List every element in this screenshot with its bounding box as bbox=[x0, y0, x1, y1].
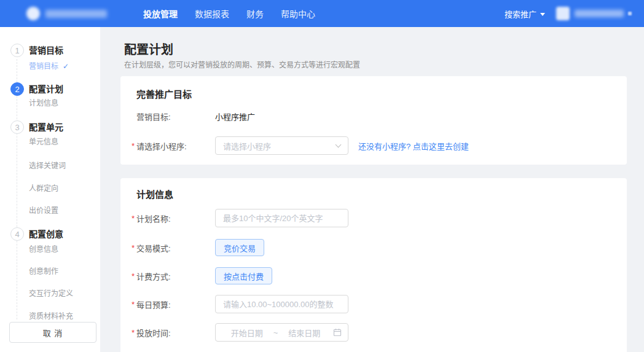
user-menu-dot-redacted bbox=[628, 12, 632, 15]
daily-budget-label-text: 每日预算: bbox=[136, 299, 171, 310]
logo-mark-redacted bbox=[26, 7, 40, 20]
miniprogram-label: * 请选择小程序: bbox=[132, 140, 215, 152]
top-navbar: 投放管理 数据报表 财务 帮助中心 搜索推广 bbox=[0, 0, 644, 27]
billing-method-label-text: 计费方式: bbox=[136, 270, 171, 282]
username-redacted[interactable] bbox=[575, 10, 624, 17]
required-asterisk: * bbox=[132, 243, 136, 252]
promotion-goal-card-title: 完善推广目标 bbox=[136, 87, 192, 100]
step-4-title[interactable]: 配置创意 bbox=[29, 227, 63, 241]
header-right-cluster: 搜索推广 bbox=[505, 0, 632, 27]
plan-name-input[interactable] bbox=[215, 209, 348, 227]
nav-item-help-center[interactable]: 帮助中心 bbox=[281, 7, 315, 20]
step-4-circle: 4 bbox=[10, 227, 24, 241]
app-screen: 投放管理 数据报表 财务 帮助中心 搜索推广 1 营销目标 营销目标✓ 2 配置… bbox=[0, 0, 644, 352]
plan-name-row: * 计划名称: bbox=[132, 209, 348, 227]
promotion-goal-card: 完善推广目标 营销目标: 小程序推广 * 请选择小程序: 请选择小程序 还没有小… bbox=[120, 76, 627, 165]
trade-mode-label-text: 交易模式: bbox=[136, 242, 171, 254]
start-date-placeholder: 开始日期 bbox=[222, 327, 272, 338]
avatar[interactable] bbox=[556, 7, 570, 20]
step-2-sub-plan-info[interactable]: 计划信息 bbox=[29, 98, 58, 109]
trade-mode-bidding-button[interactable]: 竞价交易 bbox=[215, 239, 264, 256]
daily-budget-label: * 每日预算: bbox=[132, 299, 215, 310]
nav-item-finance[interactable]: 财务 bbox=[246, 7, 264, 20]
step-3-sub-unit-info[interactable]: 单元信息 bbox=[29, 137, 58, 147]
miniprogram-select-placeholder: 请选择小程序 bbox=[223, 140, 271, 152]
required-asterisk: * bbox=[132, 272, 136, 281]
step-2-title[interactable]: 配置计划 bbox=[29, 82, 63, 96]
step-3-sub-keywords[interactable]: 选择关键词 bbox=[29, 161, 66, 171]
required-asterisk: * bbox=[132, 214, 136, 223]
trade-mode-label: * 交易模式: bbox=[132, 242, 215, 254]
required-asterisk: * bbox=[132, 328, 136, 337]
miniprogram-label-text: 请选择小程序: bbox=[136, 140, 187, 152]
plan-name-label-text: 计划名称: bbox=[136, 213, 171, 224]
miniprogram-select[interactable]: 请选择小程序 bbox=[215, 136, 348, 155]
miniprogram-select-row: * 请选择小程序: 请选择小程序 还没有小程序? 点击这里去创建 bbox=[132, 136, 469, 155]
caret-down-icon bbox=[540, 13, 545, 16]
step-4-sub-qualification-materials[interactable]: 资质材料补充 bbox=[29, 311, 73, 322]
calendar-icon bbox=[333, 328, 342, 337]
step-1-sub-label: 营销目标 bbox=[29, 62, 58, 71]
product-switcher-label: 搜索推广 bbox=[505, 8, 536, 20]
billing-cpc-button[interactable]: 按点击付费 bbox=[215, 267, 272, 284]
step-1-circle: 1 bbox=[10, 44, 24, 57]
step-connector-line bbox=[17, 59, 17, 319]
step-4-sub-creative-making[interactable]: 创意制作 bbox=[29, 267, 58, 277]
schedule-row: * 投放时间: 开始日期 ~ 结束日期 bbox=[132, 323, 348, 342]
marketing-goal-label-text: 营销目标: bbox=[136, 111, 171, 122]
step-3-sub-audience[interactable]: 人群定向 bbox=[29, 184, 58, 194]
required-asterisk: * bbox=[132, 141, 136, 151]
product-switcher-dropdown[interactable]: 搜索推广 bbox=[505, 8, 545, 20]
page-title: 配置计划 bbox=[124, 40, 173, 58]
billing-method-label: * 计费方式: bbox=[132, 270, 215, 282]
main-content: 配置计划 在计划层级，您可以对营销投放的周期、预算、交易方式等进行宏观配置 完善… bbox=[100, 27, 644, 352]
primary-nav: 投放管理 数据报表 财务 帮助中心 bbox=[143, 0, 315, 27]
step-4-sub-creative-info[interactable]: 创意信息 bbox=[29, 244, 58, 255]
cancel-button[interactable]: 取 消 bbox=[9, 322, 96, 343]
marketing-goal-value: 小程序推广 bbox=[215, 111, 255, 122]
step-2-circle: 2 bbox=[10, 82, 24, 96]
chevron-down-icon bbox=[336, 141, 342, 147]
billing-method-row: * 计费方式: 按点击付费 bbox=[132, 267, 272, 284]
trade-mode-row: * 交易模式: 竞价交易 bbox=[132, 239, 264, 256]
steps-sidebar: 1 营销目标 营销目标✓ 2 配置计划 计划信息 3 配置单元 单元信息 选择关… bbox=[0, 27, 100, 352]
required-asterisk: * bbox=[132, 300, 136, 309]
logo-text-redacted bbox=[45, 10, 107, 18]
step-1-title[interactable]: 营销目标 bbox=[29, 44, 63, 57]
schedule-label: * 投放时间: bbox=[132, 327, 215, 338]
step-3-sub-bidding[interactable]: 出价设置 bbox=[29, 206, 58, 216]
nav-item-delivery-management[interactable]: 投放管理 bbox=[143, 7, 178, 20]
schedule-date-range-picker[interactable]: 开始日期 ~ 结束日期 bbox=[215, 323, 348, 342]
create-miniprogram-link[interactable]: 还没有小程序? 点击这里去创建 bbox=[358, 140, 469, 152]
step-3-circle: 3 bbox=[10, 120, 24, 134]
daily-budget-input[interactable] bbox=[215, 295, 348, 313]
marketing-goal-row: 营销目标: 小程序推广 bbox=[132, 111, 255, 122]
page-subtitle: 在计划层级，您可以对营销投放的周期、预算、交易方式等进行宏观配置 bbox=[124, 59, 360, 69]
end-date-placeholder: 结束日期 bbox=[279, 327, 329, 338]
schedule-label-text: 投放时间: bbox=[136, 327, 171, 338]
marketing-goal-label: 营销目标: bbox=[132, 111, 215, 122]
plan-info-card-title: 计划信息 bbox=[136, 187, 173, 200]
plan-info-card: 计划信息 * 计划名称: * 交易模式: 竞价交易 * 计费方式: bbox=[120, 178, 627, 352]
step-3-title[interactable]: 配置单元 bbox=[29, 120, 63, 134]
date-range-separator: ~ bbox=[272, 328, 280, 337]
check-icon: ✓ bbox=[63, 62, 69, 71]
step-4-sub-interaction-definition[interactable]: 交互行为定义 bbox=[29, 289, 73, 299]
daily-budget-row: * 每日预算: bbox=[132, 295, 348, 313]
plan-name-label: * 计划名称: bbox=[132, 213, 215, 224]
brand-logo[interactable] bbox=[26, 0, 107, 27]
nav-item-data-reports[interactable]: 数据报表 bbox=[195, 7, 229, 20]
step-1-sub-marketing-goal[interactable]: 营销目标✓ bbox=[29, 61, 69, 72]
